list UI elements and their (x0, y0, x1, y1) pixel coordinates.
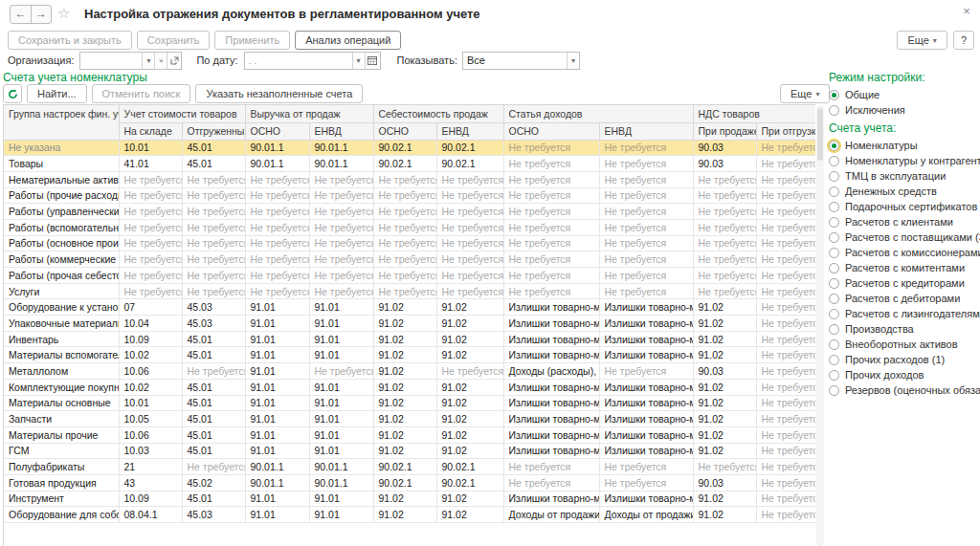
account-cell[interactable]: Не требуется (693, 268, 756, 284)
account-cell[interactable]: Не требуется (693, 459, 756, 475)
account-cell[interactable]: 10.01 (119, 140, 182, 156)
account-cell[interactable]: Не требуется (182, 268, 245, 284)
account-cell[interactable]: Не требуется (756, 235, 815, 251)
subheader-onstock[interactable]: На складе (119, 122, 182, 140)
account-cell[interactable]: Излишки товарно-мате... (503, 395, 599, 411)
account-cell[interactable]: 10.06 (119, 363, 182, 380)
account-cell[interactable]: Доходы от продажи (в... (503, 507, 599, 523)
account-cell[interactable]: Не требуется (245, 187, 309, 204)
row-group-name-cell[interactable]: Полуфабрикаты (4, 459, 119, 475)
account-cell[interactable]: 91.01 (309, 491, 373, 507)
account-cell[interactable]: Не требуется (119, 268, 182, 284)
account-cell[interactable]: Не требуется (119, 251, 182, 268)
account-cell[interactable]: Не требуется (756, 507, 815, 523)
account-cell[interactable]: Не требуется (756, 251, 815, 268)
table-row[interactable]: Работы (прочая себестои...Не требуетсяНе… (4, 268, 815, 284)
account-cell[interactable]: 43 (119, 474, 182, 491)
date-dropdown-icon[interactable]: ▾ (352, 53, 365, 69)
row-group-name-cell[interactable]: Материалы основные (4, 395, 119, 411)
account-cell[interactable]: 91.02 (693, 507, 756, 523)
account-cell[interactable]: Не требуется (182, 219, 245, 235)
account-cell[interactable]: 10.05 (119, 411, 182, 427)
account-cell[interactable]: 91.02 (436, 395, 503, 411)
account-cell[interactable]: Не требуется (373, 204, 436, 220)
column-header-costofsales[interactable]: Себестоимость продаж (373, 105, 503, 122)
row-group-name-cell[interactable]: Работы (вспомогательное ... (4, 219, 119, 235)
account-cell[interactable]: Излишки товарно-мате... (599, 426, 693, 443)
account-cell[interactable]: 91.02 (373, 507, 436, 523)
account-cell[interactable]: Излишки товарно-мате... (599, 347, 693, 363)
account-cell[interactable]: Не требуется (436, 251, 503, 268)
account-cell[interactable]: 90.02.1 (436, 459, 503, 475)
account-cell[interactable]: Не требуется (693, 204, 756, 220)
subheader-onshipment[interactable]: При отгрузке (756, 122, 815, 140)
account-cell[interactable]: 91.02 (693, 426, 756, 443)
account-radio-option[interactable]: Расчетов с комиссионерами (829, 245, 978, 260)
account-cell[interactable]: 45.03 (182, 316, 245, 332)
column-header-cost[interactable]: Учет стоимости товаров (119, 105, 245, 122)
account-cell[interactable]: Не требуется (503, 140, 599, 156)
row-group-name-cell[interactable]: Работы (прочие расходы) (4, 187, 119, 204)
account-cell[interactable]: Не требуется (503, 474, 599, 491)
account-cell[interactable]: Не требуется (245, 204, 309, 220)
table-row[interactable]: Полуфабрикаты21Не требуется90.01.190.01.… (4, 459, 815, 475)
account-radio-option[interactable]: Производства (829, 321, 978, 337)
account-cell[interactable]: Не требуется (599, 156, 693, 172)
radio-icon[interactable] (829, 278, 839, 289)
row-group-name-cell[interactable]: Работы (управленческие р... (4, 204, 119, 220)
account-cell[interactable]: 91.02 (693, 411, 756, 427)
radio-icon[interactable] (829, 171, 839, 182)
account-cell[interactable]: Не требуется (599, 363, 693, 380)
account-cell[interactable]: 91.02 (373, 491, 436, 507)
table-row[interactable]: Материалы основные10.0145.0191.0191.0191… (4, 395, 815, 411)
account-cell[interactable]: Не требуется (599, 283, 693, 299)
account-cell[interactable]: Не требуется (503, 283, 599, 299)
account-cell[interactable]: 90.01.1 (245, 459, 309, 475)
account-cell[interactable]: Излишки товарно-мате... (599, 316, 693, 332)
account-cell[interactable]: Не требуется (436, 204, 503, 220)
radio-icon[interactable] (829, 339, 839, 350)
account-cell[interactable]: Не требуется (599, 171, 693, 187)
account-cell[interactable]: 91.01 (245, 395, 309, 411)
account-cell[interactable]: 45.01 (182, 426, 245, 443)
account-cell[interactable]: Не требуется (756, 299, 815, 316)
account-cell[interactable]: 91.02 (693, 299, 756, 316)
account-cell[interactable]: 91.01 (245, 331, 309, 347)
refresh-button[interactable] (3, 84, 22, 103)
account-cell[interactable]: 91.01 (309, 331, 373, 347)
account-cell[interactable]: 91.02 (373, 426, 436, 443)
account-cell[interactable]: Не требуется (756, 379, 815, 395)
account-cell[interactable]: Не требуется (503, 204, 599, 220)
account-cell[interactable]: Не требуется (599, 474, 693, 491)
account-cell[interactable]: 10.02 (119, 379, 182, 395)
account-cell[interactable]: 91.02 (373, 379, 436, 395)
account-cell[interactable]: 91.02 (436, 426, 503, 443)
row-group-name-cell[interactable]: Оборудование для собств... (4, 507, 119, 523)
row-group-name-cell[interactable]: Нематериальные активы в... (4, 171, 119, 187)
account-cell[interactable]: Не требуется (119, 235, 182, 251)
table-row[interactable]: Работы (коммерческие ра...Не требуетсяНе… (4, 251, 815, 268)
row-group-name-cell[interactable]: Не указана (4, 140, 119, 156)
account-cell[interactable]: 91.01 (245, 316, 309, 332)
account-cell[interactable]: 91.02 (693, 443, 756, 459)
table-row[interactable]: Работы (вспомогательное ...Не требуетсяН… (4, 219, 815, 235)
account-cell[interactable]: Не требуется (373, 251, 436, 268)
account-cell[interactable]: 91.01 (309, 395, 373, 411)
subheader-envd-2[interactable]: ЕНВД (436, 122, 503, 140)
account-cell[interactable]: Не требуется (436, 268, 503, 284)
account-cell[interactable]: 90.02.1 (373, 474, 436, 491)
table-row[interactable]: Не указана10.0145.0190.01.190.01.190.02.… (4, 140, 815, 156)
account-cell[interactable]: Излишки товарно-мате... (599, 331, 693, 347)
account-cell[interactable]: 90.03 (693, 156, 756, 172)
account-cell[interactable]: 90.02.1 (373, 459, 436, 475)
account-radio-option[interactable]: Расчетов с кредиторами (829, 275, 978, 291)
table-row[interactable]: Готовая продукция4345.0290.01.190.01.190… (4, 474, 815, 491)
table-row[interactable]: Оборудование для собств...08.04.145.0391… (4, 507, 815, 523)
column-header-group[interactable]: Группа настроек фин. учета (4, 105, 119, 140)
organization-field[interactable]: ▾ × (79, 52, 182, 70)
account-cell[interactable]: 45.01 (182, 379, 245, 395)
table-row[interactable]: Упаковочные материалы10.0445.0391.0191.0… (4, 316, 815, 332)
radio-icon[interactable] (829, 263, 839, 273)
account-cell[interactable]: Не требуется (182, 187, 245, 204)
account-cell[interactable]: 90.01.1 (309, 459, 373, 475)
